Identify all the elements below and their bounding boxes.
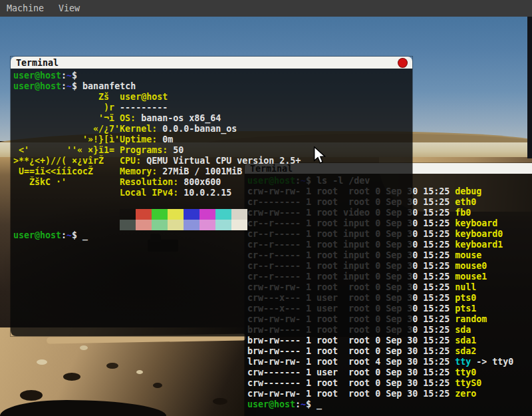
palette-swatch [200,209,215,220]
fetch-label: Uptime: [120,134,157,144]
wallpaper-rock [136,370,143,374]
palette-swatch [215,209,231,220]
menu-machine[interactable]: Machine [7,3,44,13]
fetch-value: banan-os x86_64 [136,113,221,123]
shell-prompt-line: user@host:~$ [13,71,412,81]
fetch-value: 0m [157,134,173,144]
shell-prompt-line: user@host:~$ bananfetch [13,81,412,92]
file-name: sda1 [455,335,476,345]
file-name: ttyS0 [455,378,481,388]
file-name: sda [455,325,471,335]
terminal-color-palette [13,209,412,230]
prompt-path: ~ [66,81,72,91]
file-name: zero [455,389,476,399]
fetch-label: Resolution: [120,177,178,187]
close-button[interactable] [398,59,407,67]
fetch-label: CPU: [120,156,141,166]
file-name: tty0 [455,367,476,377]
fetch-art: U==íï<<ííîcocŽ [13,166,120,176]
palette-swatch [136,220,152,230]
palette-swatch [136,209,152,220]
fetch-value: 27MiB / 1001MiB [157,166,242,176]
fetch-art: Zš [13,92,120,102]
fetch-line: >**¿<+)//( ×¿vîrŽ CPU: QEMU Virtual CPU … [13,156,412,166]
fetch-value: QEMU Virtual CPU version 2.5+ [141,156,301,166]
fetch-label: Programs: [120,145,168,155]
fetch-art: >**¿<+)//( ×¿vîrŽ [13,156,120,166]
file-name: mouse1 [455,272,487,282]
fetch-label: Kernel: [120,124,157,134]
palette-row-bright [13,220,412,230]
file-row: crw-rw-rw- 1 root root 0 Sep 30 15:25 ze… [247,389,532,399]
shell-prompt-line: user@host:~$ _ [247,399,532,410]
fetch-art [13,188,120,198]
terminal-window-focused: Terminal user@host:~$ user@host:~$ banan… [11,57,412,336]
wallpaper-rock [37,359,47,365]
file-name: tty [455,357,471,367]
file-row: lrw-rw-rw- 1 root root 4 Sep 30 15:25 tt… [247,357,532,367]
fetch-label: user@host [120,92,168,102]
file-name: eth0 [455,197,476,207]
file-name: mouse0 [455,261,487,271]
file-name: null [455,282,476,292]
fetch-art: <' ''« ×}ï1= [13,145,120,155]
fetch-line: Zš user@host [13,92,412,103]
palette-swatch [152,220,168,230]
fetch-value: 10.0.2.15 [178,188,231,198]
mouse-cursor [313,146,326,165]
wallpaper-rock [80,345,88,350]
palette-swatch [120,220,136,230]
fetch-value: --------- [120,103,168,112]
terminal-screen[interactable]: user@host:~$ user@host:~$ bananfetch Zš … [11,69,412,336]
window-title: Terminal [16,58,398,68]
text-cursor: _ [317,399,322,409]
file-name: pts1 [455,304,476,313]
prompt-colon: : [61,71,66,81]
wallpaper-edge-strip [527,17,532,158]
file-name: keyboard1 [455,240,503,250]
file-name: mouse [455,250,481,260]
prompt-user: user@host [13,230,61,240]
palette-swatch [200,220,215,230]
menu-bar: Machine View [0,0,532,17]
fetch-value: 50 [168,145,184,155]
prompt-user: user@host [247,399,295,409]
fetch-label: OS: [120,113,136,123]
file-meta: brw-rw---- 1 root root 0 Sep 30 15:25 [247,346,455,356]
palette-swatch [168,220,184,230]
palette-swatch [231,220,247,230]
prompt-user: user@host [13,71,61,81]
fetch-art: '»!}[ì' [13,134,120,144]
file-name: keyboard [455,218,497,228]
prompt-path: ~ [66,71,72,81]
file-row: crw------- 1 root root 0 Sep 30 15:25 tt… [247,378,532,389]
fetch-line: <' ''« ×}ï1= Programs: 50 [13,145,412,156]
file-meta: crw-rw-rw- 1 root root 0 Sep 30 15:25 [247,389,455,399]
wallpaper-rock [153,383,162,388]
fetch-value: 800x600 [178,177,221,187]
palette-swatch [152,209,168,220]
prompt-path: ~ [301,399,306,409]
menu-view[interactable]: View [59,3,80,13]
text-cursor: _ [82,230,88,240]
prompt-dollar: $ [306,399,317,409]
fetch-line: '»!}[ì'Uptime: 0m [13,134,412,145]
palette-swatch [184,220,200,230]
fetch-line: U==íï<<ííîcocŽ Memory: 27MiB / 1001MiB [13,166,412,177]
fetch-line: )r --------- [13,103,412,113]
fetch-output: Zš user@host )r --------- '¬ï OS: banan-… [13,92,412,198]
blank-line [13,198,412,209]
palette-swatch [231,209,247,220]
prompt-dollar: $ [72,230,82,240]
palette-swatch [184,209,200,220]
fetch-label: Memory: [120,166,157,176]
wallpaper-rock [106,363,118,369]
file-name: random [455,314,487,324]
prompt-colon: : [295,399,301,409]
prompt-dollar: $ [72,81,82,91]
window-titlebar[interactable]: Terminal [11,57,412,69]
file-name: fb0 [455,208,471,218]
file-name: sda2 [455,346,476,356]
fetch-label: Local IPv4: [120,188,178,198]
file-row: crw------- 1 user root 0 Sep 30 15:25 tt… [247,367,532,378]
